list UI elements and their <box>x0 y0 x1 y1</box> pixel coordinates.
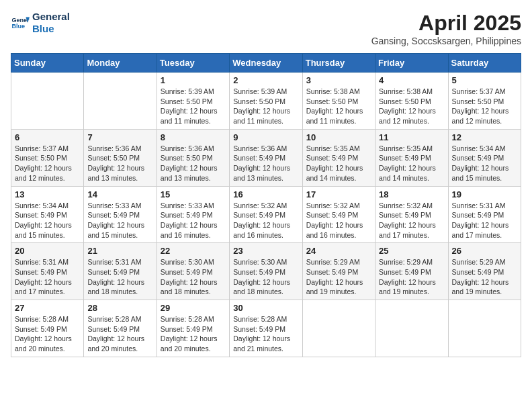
day-cell: 17Sunrise: 5:32 AM Sunset: 5:49 PM Dayli… <box>302 186 375 243</box>
day-cell <box>302 300 375 357</box>
day-cell: 8Sunrise: 5:36 AM Sunset: 5:50 PM Daylig… <box>157 129 229 186</box>
day-cell: 23Sunrise: 5:30 AM Sunset: 5:49 PM Dayli… <box>230 243 302 300</box>
day-number: 26 <box>452 246 517 256</box>
week-row-3: 13Sunrise: 5:34 AM Sunset: 5:49 PM Dayli… <box>11 186 521 243</box>
day-number: 8 <box>161 132 226 142</box>
day-info: Sunrise: 5:28 AM Sunset: 5:49 PM Dayligh… <box>15 314 80 354</box>
day-cell: 14Sunrise: 5:33 AM Sunset: 5:49 PM Dayli… <box>84 186 157 243</box>
day-number: 1 <box>161 75 226 85</box>
day-cell: 28Sunrise: 5:28 AM Sunset: 5:49 PM Dayli… <box>84 300 157 357</box>
day-info: Sunrise: 5:29 AM Sunset: 5:49 PM Dayligh… <box>306 257 371 297</box>
day-number: 10 <box>306 132 371 142</box>
day-number: 2 <box>233 75 298 85</box>
day-cell: 25Sunrise: 5:29 AM Sunset: 5:49 PM Dayli… <box>375 243 448 300</box>
day-info: Sunrise: 5:30 AM Sunset: 5:49 PM Dayligh… <box>161 257 226 297</box>
day-number: 11 <box>379 132 444 142</box>
day-cell: 27Sunrise: 5:28 AM Sunset: 5:49 PM Dayli… <box>11 300 84 357</box>
day-info: Sunrise: 5:32 AM Sunset: 5:49 PM Dayligh… <box>233 201 298 240</box>
day-cell: 4Sunrise: 5:38 AM Sunset: 5:50 PM Daylig… <box>375 73 448 130</box>
day-info: Sunrise: 5:32 AM Sunset: 5:49 PM Dayligh… <box>306 201 371 240</box>
col-header-saturday: Saturday <box>448 54 521 73</box>
day-number: 30 <box>233 303 298 313</box>
day-number: 27 <box>15 303 80 313</box>
day-number: 12 <box>452 132 517 142</box>
day-number: 14 <box>87 189 152 199</box>
day-info: Sunrise: 5:28 AM Sunset: 5:49 PM Dayligh… <box>161 314 226 354</box>
day-info: Sunrise: 5:34 AM Sunset: 5:49 PM Dayligh… <box>15 201 80 240</box>
day-cell: 30Sunrise: 5:28 AM Sunset: 5:49 PM Dayli… <box>230 300 302 357</box>
day-info: Sunrise: 5:30 AM Sunset: 5:49 PM Dayligh… <box>233 257 298 297</box>
day-cell: 18Sunrise: 5:32 AM Sunset: 5:49 PM Dayli… <box>375 186 448 243</box>
day-info: Sunrise: 5:31 AM Sunset: 5:49 PM Dayligh… <box>15 257 80 297</box>
col-header-tuesday: Tuesday <box>157 54 229 73</box>
header: General Blue General Blue April 2025 Gan… <box>11 11 521 46</box>
day-info: Sunrise: 5:36 AM Sunset: 5:50 PM Dayligh… <box>87 144 152 183</box>
day-number: 18 <box>379 189 444 199</box>
svg-text:Blue: Blue <box>11 23 25 30</box>
day-cell: 5Sunrise: 5:37 AM Sunset: 5:50 PM Daylig… <box>448 73 521 130</box>
day-cell: 1Sunrise: 5:39 AM Sunset: 5:50 PM Daylig… <box>157 73 229 130</box>
day-cell <box>375 300 448 357</box>
week-row-4: 20Sunrise: 5:31 AM Sunset: 5:49 PM Dayli… <box>11 243 521 300</box>
day-number: 9 <box>233 132 298 142</box>
day-info: Sunrise: 5:29 AM Sunset: 5:49 PM Dayligh… <box>379 257 444 297</box>
col-header-monday: Monday <box>84 54 157 73</box>
logo: General Blue General Blue <box>11 11 70 35</box>
day-cell <box>448 300 521 357</box>
day-number: 22 <box>161 246 226 256</box>
day-info: Sunrise: 5:36 AM Sunset: 5:49 PM Dayligh… <box>233 144 298 183</box>
day-number: 24 <box>306 246 371 256</box>
day-number: 25 <box>379 246 444 256</box>
logo-line2: Blue <box>32 23 70 35</box>
day-info: Sunrise: 5:34 AM Sunset: 5:49 PM Dayligh… <box>452 144 517 183</box>
day-cell: 11Sunrise: 5:35 AM Sunset: 5:49 PM Dayli… <box>375 129 448 186</box>
day-cell: 7Sunrise: 5:36 AM Sunset: 5:50 PM Daylig… <box>84 129 157 186</box>
col-header-friday: Friday <box>375 54 448 73</box>
title-area: April 2025 Gansing, Soccsksargen, Philip… <box>371 11 521 46</box>
day-number: 28 <box>87 303 152 313</box>
day-number: 21 <box>87 246 152 256</box>
day-info: Sunrise: 5:31 AM Sunset: 5:49 PM Dayligh… <box>452 201 517 240</box>
week-row-2: 6Sunrise: 5:37 AM Sunset: 5:50 PM Daylig… <box>11 129 521 186</box>
day-cell <box>84 73 157 130</box>
day-info: Sunrise: 5:33 AM Sunset: 5:49 PM Dayligh… <box>161 201 226 240</box>
day-info: Sunrise: 5:39 AM Sunset: 5:50 PM Dayligh… <box>161 87 226 126</box>
logo-line1: General <box>32 11 70 23</box>
day-info: Sunrise: 5:39 AM Sunset: 5:50 PM Dayligh… <box>233 87 298 126</box>
day-cell: 29Sunrise: 5:28 AM Sunset: 5:49 PM Dayli… <box>157 300 229 357</box>
day-number: 16 <box>233 189 298 199</box>
day-number: 13 <box>15 189 80 199</box>
day-cell <box>11 73 84 130</box>
day-cell: 24Sunrise: 5:29 AM Sunset: 5:49 PM Dayli… <box>302 243 375 300</box>
day-number: 5 <box>452 75 517 85</box>
day-number: 7 <box>87 132 152 142</box>
day-info: Sunrise: 5:28 AM Sunset: 5:49 PM Dayligh… <box>87 314 152 354</box>
calendar-table: SundayMondayTuesdayWednesdayThursdayFrid… <box>11 53 521 357</box>
day-number: 23 <box>233 246 298 256</box>
day-info: Sunrise: 5:38 AM Sunset: 5:50 PM Dayligh… <box>379 87 444 126</box>
day-cell: 6Sunrise: 5:37 AM Sunset: 5:50 PM Daylig… <box>11 129 84 186</box>
day-cell: 20Sunrise: 5:31 AM Sunset: 5:49 PM Dayli… <box>11 243 84 300</box>
week-row-5: 27Sunrise: 5:28 AM Sunset: 5:49 PM Dayli… <box>11 300 521 357</box>
day-number: 15 <box>161 189 226 199</box>
day-cell: 21Sunrise: 5:31 AM Sunset: 5:49 PM Dayli… <box>84 243 157 300</box>
day-number: 6 <box>15 132 80 142</box>
day-info: Sunrise: 5:38 AM Sunset: 5:50 PM Dayligh… <box>306 87 371 126</box>
col-header-sunday: Sunday <box>11 54 84 73</box>
day-number: 17 <box>306 189 371 199</box>
main-title: April 2025 <box>371 11 521 36</box>
day-cell: 26Sunrise: 5:29 AM Sunset: 5:49 PM Dayli… <box>448 243 521 300</box>
day-number: 4 <box>379 75 444 85</box>
day-info: Sunrise: 5:29 AM Sunset: 5:49 PM Dayligh… <box>452 257 517 297</box>
day-cell: 3Sunrise: 5:38 AM Sunset: 5:50 PM Daylig… <box>302 73 375 130</box>
logo-icon: General Blue <box>11 13 30 32</box>
day-cell: 16Sunrise: 5:32 AM Sunset: 5:49 PM Dayli… <box>230 186 302 243</box>
day-info: Sunrise: 5:35 AM Sunset: 5:49 PM Dayligh… <box>306 144 371 183</box>
day-cell: 19Sunrise: 5:31 AM Sunset: 5:49 PM Dayli… <box>448 186 521 243</box>
day-cell: 12Sunrise: 5:34 AM Sunset: 5:49 PM Dayli… <box>448 129 521 186</box>
day-info: Sunrise: 5:35 AM Sunset: 5:49 PM Dayligh… <box>379 144 444 183</box>
week-row-1: 1Sunrise: 5:39 AM Sunset: 5:50 PM Daylig… <box>11 73 521 130</box>
column-headers: SundayMondayTuesdayWednesdayThursdayFrid… <box>11 54 521 73</box>
day-number: 19 <box>452 189 517 199</box>
day-info: Sunrise: 5:28 AM Sunset: 5:49 PM Dayligh… <box>233 314 298 354</box>
